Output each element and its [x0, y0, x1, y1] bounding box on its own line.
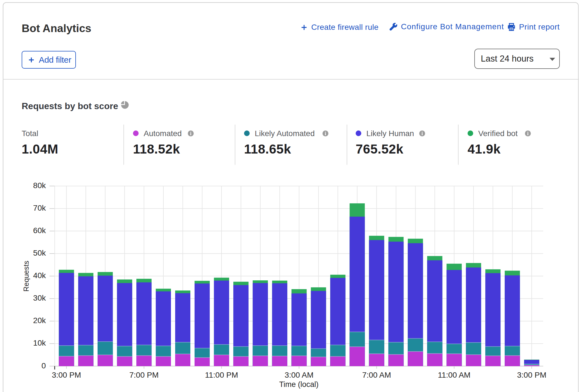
svg-text:80k: 80k: [33, 181, 46, 190]
svg-text:Requests: Requests: [22, 261, 30, 292]
svg-text:11:00 AM: 11:00 AM: [438, 371, 470, 379]
svg-text:10k: 10k: [33, 339, 46, 347]
svg-text:7:00 PM: 7:00 PM: [129, 371, 159, 379]
svg-text:0: 0: [41, 361, 46, 370]
svg-text:3:00 PM: 3:00 PM: [52, 371, 81, 379]
svg-text:30k: 30k: [33, 294, 46, 302]
svg-text:Time (local): Time (local): [279, 380, 319, 389]
svg-text:50k: 50k: [33, 249, 46, 257]
svg-text:11:00 PM: 11:00 PM: [205, 371, 238, 379]
svg-text:3:00 PM: 3:00 PM: [517, 371, 546, 379]
svg-text:40k: 40k: [33, 271, 46, 280]
svg-text:3:00 AM: 3:00 AM: [285, 371, 313, 379]
svg-text:60k: 60k: [33, 226, 46, 235]
svg-text:20k: 20k: [33, 316, 46, 325]
svg-text:70k: 70k: [33, 204, 46, 212]
svg-text:7:00 AM: 7:00 AM: [362, 371, 391, 379]
